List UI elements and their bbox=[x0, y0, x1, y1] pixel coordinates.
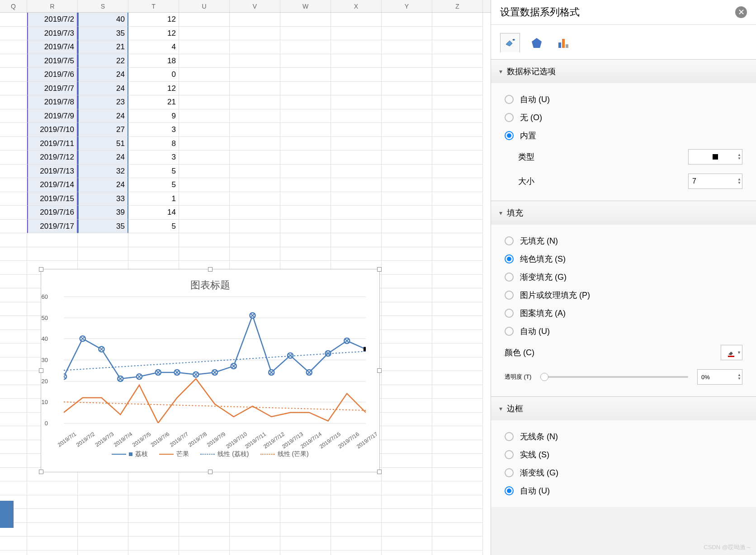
svg-rect-54 bbox=[566, 44, 568, 48]
col-header[interactable]: Q bbox=[0, 0, 27, 12]
table-row[interactable]: 2019/7/11518 bbox=[0, 137, 491, 151]
section-toggle[interactable]: ▾填充 bbox=[491, 201, 756, 225]
chevron-down-icon: ▾ bbox=[499, 209, 502, 216]
transparency-input[interactable]: 0%▲▼ bbox=[697, 369, 742, 385]
chart-plot[interactable]: 01020304050602019/7/12019/7/22019/7/3201… bbox=[64, 296, 366, 423]
fill-line-tab-icon[interactable] bbox=[500, 33, 520, 53]
spreadsheet-area: Q R S T U V W X Y Z 2019/7/240122019/7/3… bbox=[0, 0, 491, 555]
radio-marker-builtin[interactable]: 内置 bbox=[505, 127, 742, 145]
effects-tab-icon[interactable] bbox=[527, 33, 547, 53]
field-label: 类型 bbox=[518, 151, 534, 162]
radio-border-solid[interactable]: 实线 (S) bbox=[505, 446, 742, 464]
table-row[interactable]: 2019/7/82321 bbox=[0, 95, 491, 109]
svg-rect-48 bbox=[364, 347, 366, 352]
spinner-down-icon[interactable]: ▼ bbox=[737, 181, 741, 185]
marker-size-input[interactable]: 7▲▼ bbox=[688, 174, 742, 189]
resize-handle[interactable] bbox=[377, 470, 382, 474]
legend-item[interactable]: 芒果 bbox=[159, 450, 189, 458]
table-row[interactable]: 2019/7/10273 bbox=[0, 123, 491, 137]
svg-rect-52 bbox=[558, 42, 561, 48]
svg-marker-51 bbox=[532, 38, 542, 48]
radio-border-gradient[interactable]: 渐变线 (G) bbox=[505, 464, 742, 482]
panel-tabs bbox=[491, 25, 756, 59]
field-label: 颜色 (C) bbox=[505, 347, 534, 358]
marker-section: ▾数据标记选项 自动 (U) 无 (O) 内置 类型 ▲▼ 大小 7▲▼ bbox=[491, 59, 756, 201]
legend-item[interactable]: 线性 (荔枝) bbox=[200, 450, 249, 458]
field-label: 大小 bbox=[518, 176, 534, 187]
chevron-down-icon: ▾ bbox=[499, 68, 502, 75]
table-row[interactable]: 2019/7/33512 bbox=[0, 27, 491, 41]
col-header[interactable]: Z bbox=[432, 0, 483, 12]
table-row[interactable]: 2019/7/15331 bbox=[0, 192, 491, 206]
close-icon[interactable]: ✕ bbox=[735, 6, 747, 18]
col-header[interactable]: X bbox=[331, 0, 382, 12]
transparency-row: 透明度 (T) 0%▲▼ bbox=[505, 365, 742, 389]
svg-rect-53 bbox=[562, 39, 565, 48]
section-toggle[interactable]: ▾数据标记选项 bbox=[491, 60, 756, 83]
color-picker-button[interactable]: ▼ bbox=[721, 345, 742, 360]
table-row[interactable]: 2019/7/72412 bbox=[0, 82, 491, 96]
radio-fill-picture[interactable]: 图片或纹理填充 (P) bbox=[505, 286, 742, 304]
table-row[interactable]: 2019/7/12243 bbox=[0, 151, 491, 165]
marker-size-row: 大小 7▲▼ bbox=[505, 169, 742, 193]
spinner-down-icon[interactable]: ▼ bbox=[737, 157, 741, 160]
col-header[interactable]: Y bbox=[382, 0, 432, 12]
radio-fill-auto[interactable]: 自动 (U) bbox=[505, 322, 742, 340]
radio-fill-pattern[interactable]: 图案填充 (A) bbox=[505, 304, 742, 322]
radio-fill-solid[interactable]: 纯色填充 (S) bbox=[505, 250, 742, 268]
radio-fill-gradient[interactable]: 渐变填充 (G) bbox=[505, 268, 742, 286]
legend-item[interactable]: 线性 (芒果) bbox=[260, 450, 309, 458]
table-row[interactable]: 2019/7/13325 bbox=[0, 165, 491, 179]
spinner-down-icon[interactable]: ▼ bbox=[737, 377, 741, 381]
table-row[interactable]: 2019/7/9249 bbox=[0, 109, 491, 123]
col-header[interactable]: U bbox=[179, 0, 230, 12]
resize-handle[interactable] bbox=[377, 267, 382, 272]
radio-marker-auto[interactable]: 自动 (U) bbox=[505, 90, 742, 108]
table-row[interactable]: 2019/7/163914 bbox=[0, 206, 491, 220]
col-header[interactable]: T bbox=[128, 0, 179, 12]
chevron-down-icon: ▾ bbox=[499, 405, 502, 412]
chart-title[interactable]: 图表标题 bbox=[41, 269, 379, 296]
format-panel: 设置数据系列格式 ✕ ▾数据标记选项 自动 (U) 无 (O) 内置 类型 ▲▼… bbox=[491, 0, 756, 555]
resize-handle[interactable] bbox=[39, 470, 43, 474]
resize-handle[interactable] bbox=[39, 267, 43, 272]
col-header[interactable]: R bbox=[27, 0, 78, 12]
radio-border-auto[interactable]: 自动 (U) bbox=[505, 482, 742, 500]
svg-rect-55 bbox=[728, 356, 734, 357]
table-row[interactable]: 2019/7/17355 bbox=[0, 220, 491, 234]
table-row[interactable]: 2019/7/4214 bbox=[0, 40, 491, 54]
watermark: CSDN @哎呦激～ bbox=[704, 543, 751, 551]
resize-handle[interactable] bbox=[39, 368, 43, 373]
embedded-chart[interactable]: 图表标题 01020304050602019/7/12019/7/22019/7… bbox=[41, 269, 380, 472]
resize-handle[interactable] bbox=[208, 470, 213, 474]
table-row[interactable]: 2019/7/52218 bbox=[0, 54, 491, 68]
column-headers: Q R S T U V W X Y Z bbox=[0, 0, 491, 13]
border-section: ▾边框 无线条 (N) 实线 (S) 渐变线 (G) 自动 (U) bbox=[491, 396, 756, 507]
slider-thumb[interactable] bbox=[540, 373, 548, 381]
series-tab-icon[interactable] bbox=[553, 33, 573, 53]
table-row[interactable]: 2019/7/24012 bbox=[0, 13, 491, 27]
resize-handle[interactable] bbox=[208, 267, 213, 272]
section-toggle[interactable]: ▾边框 bbox=[491, 397, 756, 420]
radio-marker-none[interactable]: 无 (O) bbox=[505, 108, 742, 127]
marker-type-row: 类型 ▲▼ bbox=[505, 145, 742, 169]
table-row[interactable]: 2019/7/6240 bbox=[0, 68, 491, 82]
blue-bar-fragment bbox=[0, 501, 14, 528]
panel-header: 设置数据系列格式 ✕ bbox=[491, 0, 756, 25]
transparency-slider[interactable] bbox=[540, 376, 688, 378]
color-row: 颜色 (C) ▼ bbox=[505, 340, 742, 365]
fill-section: ▾填充 无填充 (N) 纯色填充 (S) 渐变填充 (G) 图片或纹理填充 (P… bbox=[491, 201, 756, 396]
radio-border-none[interactable]: 无线条 (N) bbox=[505, 428, 742, 446]
resize-handle[interactable] bbox=[377, 368, 382, 373]
table-row[interactable]: 2019/7/14245 bbox=[0, 178, 491, 192]
field-label: 透明度 (T) bbox=[505, 373, 531, 381]
marker-type-select[interactable]: ▲▼ bbox=[688, 149, 742, 165]
col-header[interactable]: W bbox=[280, 0, 331, 12]
panel-title: 设置数据系列格式 bbox=[500, 5, 580, 19]
col-header[interactable]: V bbox=[230, 0, 280, 12]
col-header[interactable]: S bbox=[78, 0, 128, 12]
legend-item[interactable]: 荔枝 bbox=[112, 450, 148, 458]
radio-fill-none[interactable]: 无填充 (N) bbox=[505, 232, 742, 250]
